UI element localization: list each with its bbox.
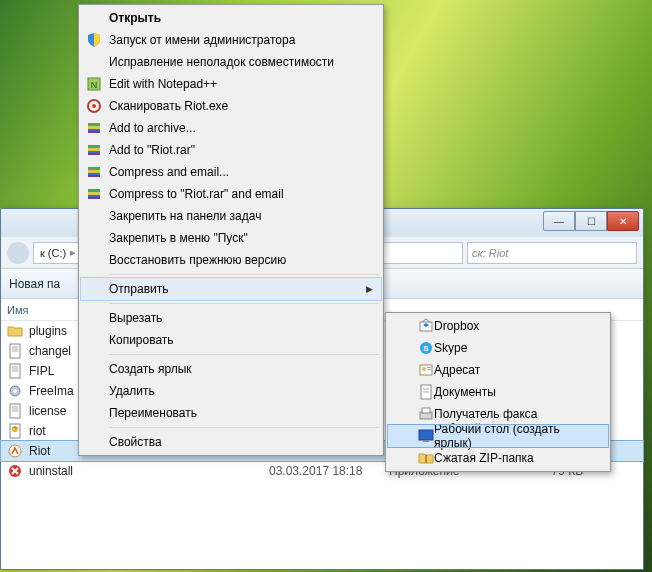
menu-item[interactable]: Открыть <box>81 7 381 29</box>
menu-item[interactable]: Создать ярлык <box>81 358 381 380</box>
scan-icon <box>86 98 102 114</box>
menu-item[interactable]: NEdit with Notepad++ <box>81 73 381 95</box>
minimize-button[interactable]: — <box>543 211 575 231</box>
submenu-item[interactable]: Рабочий стол (создать ярлык) <box>388 425 608 447</box>
submenu-item[interactable]: Адресат <box>388 359 608 381</box>
menu-item-label: Закрепить в меню "Пуск" <box>109 231 248 245</box>
svg-rect-25 <box>88 126 100 129</box>
svg-rect-24 <box>88 123 100 126</box>
menu-item-label: Compress to "Riot.rar" and email <box>109 187 284 201</box>
menu-item-label: Запуск от имени администратора <box>109 33 295 47</box>
menu-item-label: Создать ярлык <box>109 362 192 376</box>
menu-item-label: Add to "Riot.rar" <box>109 143 195 157</box>
submenu-item[interactable]: Сжатая ZIP-папка <box>388 447 608 469</box>
rar-icon <box>86 120 102 136</box>
submenu-item-label: Документы <box>434 385 496 399</box>
file-name: uninstall <box>29 464 269 478</box>
menu-item[interactable]: Add to archive... <box>81 117 381 139</box>
contact-icon <box>418 362 434 378</box>
docs-icon <box>418 384 434 400</box>
dropbox-icon <box>418 318 434 334</box>
chevron-right-icon: ▸ <box>70 246 76 259</box>
menu-item-label: Открыть <box>109 11 161 25</box>
window-buttons: — ☐ ✕ <box>543 211 639 231</box>
menu-item-label: Вырезать <box>109 311 162 325</box>
new-folder-button[interactable]: Новая па <box>9 277 60 291</box>
menu-separator <box>109 274 379 275</box>
submenu-item[interactable]: Документы <box>388 381 608 403</box>
svg-rect-50 <box>422 408 430 413</box>
svg-rect-38 <box>88 195 100 197</box>
file-icon <box>7 323 23 339</box>
menu-item-label: Закрепить на панели задач <box>109 209 261 223</box>
menu-item[interactable]: Удалить <box>81 380 381 402</box>
file-icon <box>7 463 23 479</box>
menu-item[interactable]: Восстановить прежнюю версию <box>81 249 381 271</box>
submenu-item[interactable]: Dropbox <box>388 315 608 337</box>
menu-item-label: Отправить <box>109 282 169 296</box>
svg-rect-45 <box>427 369 431 370</box>
menu-item[interactable]: Копировать <box>81 329 381 351</box>
search-prefix: ск: <box>472 247 486 259</box>
menu-item[interactable]: Закрепить на панели задач <box>81 205 381 227</box>
menu-item-label: Edit with Notepad++ <box>109 77 217 91</box>
svg-rect-29 <box>88 148 100 151</box>
zip-icon <box>418 450 434 466</box>
menu-item[interactable]: Свойства <box>81 431 381 453</box>
menu-item[interactable]: Переименовать <box>81 402 381 424</box>
submenu-item-label: Адресат <box>434 363 480 377</box>
menu-item[interactable]: Сканировать Riot.exe <box>81 95 381 117</box>
menu-item-label: Add to archive... <box>109 121 196 135</box>
rar-icon <box>86 142 102 158</box>
svg-rect-30 <box>88 151 100 153</box>
svg-text:N: N <box>91 80 98 90</box>
file-icon <box>7 363 23 379</box>
file-icon: ? <box>7 423 23 439</box>
svg-rect-34 <box>88 173 100 175</box>
menu-item[interactable]: Исправление неполадок совместимости <box>81 51 381 73</box>
menu-item-label: Свойства <box>109 435 162 449</box>
menu-item[interactable]: Вырезать <box>81 307 381 329</box>
submenu-item-label: Сжатая ZIP-папка <box>434 451 534 465</box>
svg-rect-44 <box>427 367 431 368</box>
close-button[interactable]: ✕ <box>607 211 639 231</box>
svg-rect-37 <box>88 192 100 195</box>
svg-rect-32 <box>88 167 100 170</box>
maximize-button[interactable]: ☐ <box>575 211 607 231</box>
svg-rect-26 <box>88 129 100 131</box>
svg-rect-53 <box>425 455 427 463</box>
submenu-item-label: Рабочий стол (создать ярлык) <box>434 422 596 450</box>
menu-item-label: Копировать <box>109 333 174 347</box>
rar-icon <box>86 164 102 180</box>
file-icon <box>7 383 23 399</box>
file-date: 03.03.2017 18:18 <box>269 464 389 478</box>
menu-separator <box>109 303 379 304</box>
menu-item-label: Исправление неполадок совместимости <box>109 55 334 69</box>
chevron-right-icon: ▶ <box>366 284 373 294</box>
menu-item[interactable]: Закрепить в меню "Пуск" <box>81 227 381 249</box>
send-to-submenu: DropboxSSkypeАдресатДокументыПолучатель … <box>385 312 611 472</box>
menu-item[interactable]: Compress and email... <box>81 161 381 183</box>
rar-icon <box>86 186 102 202</box>
menu-item-label: Переименовать <box>109 406 197 420</box>
file-icon <box>7 403 23 419</box>
desktop-icon <box>418 428 434 444</box>
submenu-item-label: Получатель факса <box>434 407 538 421</box>
crumb-part: к (C:) <box>40 247 66 259</box>
menu-item[interactable]: Отправить▶ <box>81 278 381 300</box>
file-icon <box>7 343 23 359</box>
search-input[interactable]: ск: Riot <box>467 242 637 264</box>
submenu-item[interactable]: SSkype <box>388 337 608 359</box>
shield-icon <box>86 32 102 48</box>
svg-rect-33 <box>88 170 100 173</box>
skype-icon: S <box>418 340 434 356</box>
svg-rect-51 <box>419 430 433 440</box>
menu-item[interactable]: Add to "Riot.rar" <box>81 139 381 161</box>
svg-text:S: S <box>423 344 429 353</box>
npp-icon: N <box>86 76 102 92</box>
menu-item-label: Compress and email... <box>109 165 229 179</box>
menu-item[interactable]: Запуск от имени администратора <box>81 29 381 51</box>
menu-item[interactable]: Compress to "Riot.rar" and email <box>81 183 381 205</box>
back-button[interactable] <box>7 242 29 264</box>
search-placeholder: Riot <box>489 247 509 259</box>
